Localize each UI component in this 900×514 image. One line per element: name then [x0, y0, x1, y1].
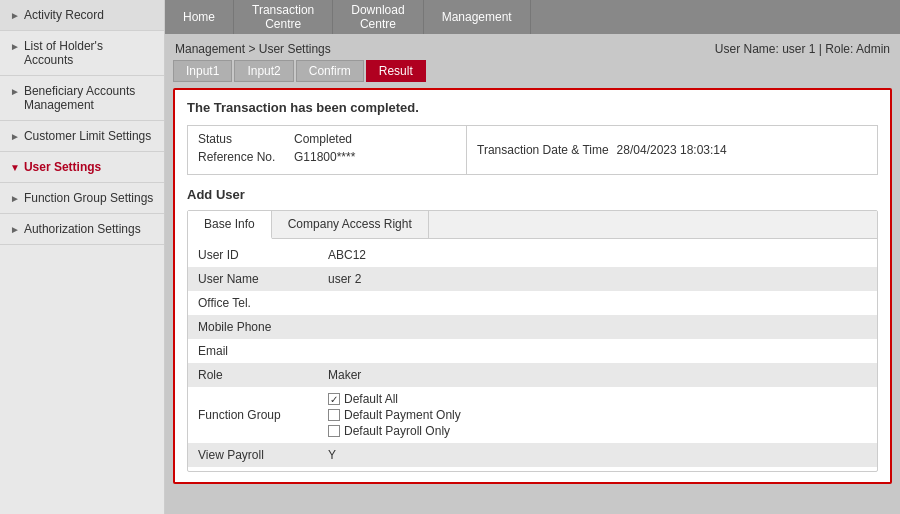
field-value-role: Maker [318, 363, 877, 387]
checkbox-default-payroll: Default Payroll Only [328, 424, 867, 438]
checkbox-icon: ✓ [328, 393, 340, 405]
steps-bar: Input1 Input2 Confirm Result [173, 60, 892, 82]
main-content: Home TransactionCentre DownloadCentre Ma… [165, 0, 900, 514]
date-label: Transaction Date & Time [477, 143, 609, 157]
breadcrumb: Management > User Settings [175, 42, 331, 56]
checkbox-icon [328, 425, 340, 437]
field-value-officetel [318, 291, 877, 315]
table-row: Function Group ✓ Default All Default Pay… [188, 387, 877, 443]
inner-card: Base Info Company Access Right User ID A… [187, 210, 878, 472]
field-label-role: Role [188, 363, 318, 387]
sidebar: ► Activity Record ► List of Holder's Acc… [0, 0, 165, 514]
nav-management[interactable]: Management [424, 0, 531, 34]
field-label-email: Email [188, 339, 318, 363]
sidebar-label: Activity Record [24, 8, 104, 22]
field-value-username: user 2 [318, 267, 877, 291]
field-label-viewpayroll: View Payroll [188, 443, 318, 467]
checkbox-default-payment: Default Payment Only [328, 408, 867, 422]
ref-value: G11800**** [294, 150, 355, 164]
status-label: Status [198, 132, 288, 146]
sidebar-label: Beneficiary Accounts Management [24, 84, 154, 112]
status-grid: Status Completed Reference No. G11800***… [187, 125, 878, 175]
field-label-function-group: Function Group [188, 387, 318, 443]
tab-base-info[interactable]: Base Info [188, 211, 272, 239]
step-input1[interactable]: Input1 [173, 60, 232, 82]
nav-home[interactable]: Home [165, 0, 234, 34]
checkbox-label-default-payroll: Default Payroll Only [344, 424, 450, 438]
sidebar-item-customer-limit[interactable]: ► Customer Limit Settings [0, 121, 164, 152]
table-row: Role Maker [188, 363, 877, 387]
sidebar-item-activity-record[interactable]: ► Activity Record [0, 0, 164, 31]
table-row: User ID ABC12 [188, 243, 877, 267]
arrow-icon: ► [10, 131, 20, 142]
sidebar-label: Authorization Settings [24, 222, 141, 236]
sidebar-label: List of Holder's Accounts [24, 39, 154, 67]
breadcrumb-bar: Management > User Settings User Name: us… [173, 38, 892, 60]
sidebar-label: User Settings [24, 160, 101, 174]
field-label-mobilephone: Mobile Phone [188, 315, 318, 339]
checkbox-group: ✓ Default All Default Payment Only Defau [328, 392, 867, 438]
add-user-heading: Add User [187, 187, 878, 202]
content-area: Management > User Settings User Name: us… [165, 34, 900, 514]
step-confirm[interactable]: Confirm [296, 60, 364, 82]
checkbox-label-default-payment: Default Payment Only [344, 408, 461, 422]
date-value: 28/04/2023 18:03:14 [617, 143, 727, 157]
sidebar-item-beneficiary[interactable]: ► Beneficiary Accounts Management [0, 76, 164, 121]
nav-download-centre[interactable]: DownloadCentre [333, 0, 423, 34]
field-value-viewpayroll: Y [318, 443, 877, 467]
status-value: Completed [294, 132, 352, 146]
field-label-officetel: Office Tel. [188, 291, 318, 315]
sidebar-label: Function Group Settings [24, 191, 153, 205]
sidebar-item-function-group[interactable]: ► Function Group Settings [0, 183, 164, 214]
sidebar-item-holder-accounts[interactable]: ► List of Holder's Accounts [0, 31, 164, 76]
top-nav: Home TransactionCentre DownloadCentre Ma… [165, 0, 900, 34]
arrow-icon: ► [10, 41, 20, 52]
table-row: View Payroll Y [188, 443, 877, 467]
field-value-function-group: ✓ Default All Default Payment Only Defau [318, 387, 877, 443]
ref-row: Reference No. G11800**** [198, 150, 456, 164]
sidebar-label: Customer Limit Settings [24, 129, 151, 143]
ref-label: Reference No. [198, 150, 288, 164]
table-row: Mobile Phone [188, 315, 877, 339]
field-value-mobilephone [318, 315, 877, 339]
user-info: User Name: user 1 | Role: Admin [715, 42, 890, 56]
table-row: Email [188, 339, 877, 363]
arrow-icon: ► [10, 10, 20, 21]
table-row: Office Tel. [188, 291, 877, 315]
form-table: User ID ABC12 User Name user 2 Office Te… [188, 243, 877, 467]
status-left-panel: Status Completed Reference No. G11800***… [187, 125, 467, 175]
nav-transaction-centre[interactable]: TransactionCentre [234, 0, 333, 34]
checkbox-label-default-all: Default All [344, 392, 398, 406]
checkbox-icon [328, 409, 340, 421]
checkbox-default-all: ✓ Default All [328, 392, 867, 406]
tab-company-access-right[interactable]: Company Access Right [272, 211, 429, 238]
tabs-bar: Base Info Company Access Right [188, 211, 877, 239]
field-value-email [318, 339, 877, 363]
step-result[interactable]: Result [366, 60, 426, 82]
transaction-box: The Transaction has been completed. Stat… [173, 88, 892, 484]
status-right-panel: Transaction Date & Time 28/04/2023 18:03… [467, 125, 878, 175]
status-row: Status Completed [198, 132, 456, 146]
completed-message: The Transaction has been completed. [187, 100, 878, 115]
arrow-icon: ▼ [10, 162, 20, 173]
sidebar-item-authorization[interactable]: ► Authorization Settings [0, 214, 164, 245]
field-value-userid: ABC12 [318, 243, 877, 267]
arrow-icon: ► [10, 224, 20, 235]
step-input2[interactable]: Input2 [234, 60, 293, 82]
field-label-username: User Name [188, 267, 318, 291]
arrow-icon: ► [10, 193, 20, 204]
table-row: User Name user 2 [188, 267, 877, 291]
field-label-userid: User ID [188, 243, 318, 267]
arrow-icon: ► [10, 86, 20, 97]
sidebar-item-user-settings[interactable]: ▼ User Settings [0, 152, 164, 183]
